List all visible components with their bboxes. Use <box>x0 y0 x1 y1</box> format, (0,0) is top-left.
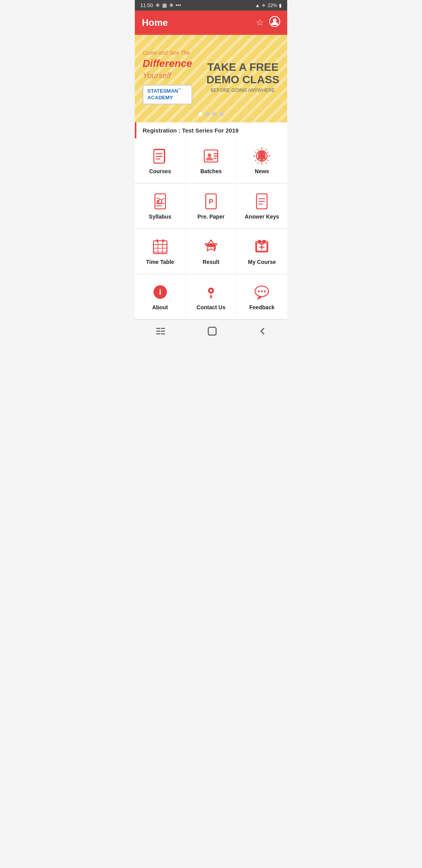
menu-item-pre-paper[interactable]: P Pre. Paper <box>186 184 236 229</box>
news-ticker: Registration : Test Series For 2019 <box>135 122 287 138</box>
page-title: Home <box>142 17 168 28</box>
pre-paper-label: Pre. Paper <box>197 213 224 220</box>
svg-rect-29 <box>153 241 167 254</box>
academy-logo: STATESMAN™ ACADEMY <box>143 85 192 104</box>
about-icon: i <box>151 283 169 301</box>
my-course-label: My Course <box>248 259 276 265</box>
dot-3[interactable] <box>213 112 216 116</box>
banner-dots <box>135 108 287 118</box>
menu-item-batches[interactable]: Batches <box>186 138 236 183</box>
svg-text:P: P <box>209 197 213 205</box>
svg-rect-35 <box>156 239 158 242</box>
logo-sub: ACADEMY <box>147 95 173 100</box>
time-table-icon <box>151 238 169 256</box>
my-course-icon <box>253 238 271 256</box>
menu-item-answer-keys[interactable]: Answer Keys <box>237 184 287 229</box>
dot-4[interactable] <box>220 112 224 116</box>
contact-us-icon <box>202 283 220 301</box>
batches-label: Batches <box>200 168 222 174</box>
menu-item-syllabus[interactable]: Syllabus <box>135 184 185 229</box>
wifi-icon: ▲ <box>255 3 260 8</box>
ticker-text: Registration : Test Series For 2019 <box>143 127 239 134</box>
banner-yourself-text: Yourself <box>143 71 192 80</box>
banner-left: Come and See The Difference Yourself STA… <box>143 50 192 104</box>
courses-icon <box>151 147 169 165</box>
menu-item-news[interactable]: News <box>237 138 287 183</box>
pre-paper-icon: P <box>202 192 220 210</box>
answer-keys-label: Answer Keys <box>245 213 279 220</box>
news-label: News <box>255 168 269 174</box>
dot-1[interactable] <box>198 112 202 116</box>
answer-keys-icon <box>253 192 271 210</box>
feedback-label: Feedback <box>249 304 275 310</box>
news-icon <box>253 147 271 165</box>
menu-grid: Courses Batches News <box>135 138 287 319</box>
bottom-navigation <box>135 319 287 345</box>
menu-item-contact-us[interactable]: Contact Us <box>186 274 236 319</box>
banner-sub-text: BEFORE GOING ANYWHERE <box>206 88 279 93</box>
svg-point-19 <box>261 151 263 152</box>
svg-text:i: i <box>159 287 161 296</box>
status-right: ▲ ✈ 22% ▮ <box>255 3 282 8</box>
contact-us-label: Contact Us <box>197 304 225 310</box>
svg-rect-18 <box>260 160 263 161</box>
status-icon1: ❄ <box>156 2 160 8</box>
profile-icon[interactable] <box>269 16 280 29</box>
star-icon[interactable]: ☆ <box>256 18 264 28</box>
status-bar: 11:50 ❄ ▦ ❄ ••• ▲ ✈ 22% ▮ <box>135 0 287 11</box>
promo-banner: Come and See The Difference Yourself STA… <box>135 35 287 122</box>
menu-item-my-course[interactable]: My Course <box>237 229 287 274</box>
status-left: 11:50 ❄ ▦ ❄ ••• <box>140 2 181 8</box>
nav-back-icon[interactable] <box>258 327 267 338</box>
result-icon <box>202 238 220 256</box>
about-label: About <box>152 304 168 310</box>
svg-point-40 <box>215 248 216 249</box>
feedback-icon <box>253 283 271 301</box>
courses-label: Courses <box>149 168 171 174</box>
battery-text: 22% <box>268 3 277 8</box>
banner-right: TAKE A FREEDEMO CLASS BEFORE GOING ANYWH… <box>206 61 279 93</box>
status-time: 11:50 <box>140 2 153 8</box>
result-label: Result <box>203 259 220 265</box>
svg-rect-64 <box>208 327 216 335</box>
dot-2[interactable] <box>206 112 209 116</box>
svg-point-13 <box>207 153 211 157</box>
app-header: Home ☆ <box>135 11 287 35</box>
menu-item-courses[interactable]: Courses <box>135 138 185 183</box>
airplane-icon: ✈ <box>262 3 266 8</box>
time-table-label: Time Table <box>146 259 174 265</box>
menu-item-about[interactable]: i About <box>135 274 185 319</box>
status-icon3: ❄ <box>169 2 173 8</box>
syllabus-icon <box>151 192 169 210</box>
svg-point-56 <box>261 291 263 292</box>
batches-icon <box>202 147 220 165</box>
menu-item-time-table[interactable]: Time Table <box>135 229 185 274</box>
menu-item-feedback[interactable]: Feedback <box>237 274 287 319</box>
svg-point-55 <box>258 291 260 292</box>
nav-home-icon[interactable] <box>207 326 217 339</box>
svg-rect-39 <box>215 245 216 248</box>
banner-main-text: TAKE A FREEDEMO CLASS <box>206 61 279 86</box>
svg-point-53 <box>210 289 212 292</box>
battery-icon: ▮ <box>279 3 282 8</box>
svg-rect-36 <box>162 239 164 242</box>
banner-come-text: Come and See The <box>143 50 192 56</box>
status-icon2: ▦ <box>162 2 167 8</box>
nav-menu-icon[interactable] <box>155 327 166 338</box>
status-dots: ••• <box>176 2 181 8</box>
logo-name: STATESMAN™ <box>147 88 181 94</box>
svg-rect-20 <box>155 194 165 209</box>
svg-point-1 <box>273 19 277 22</box>
syllabus-label: Syllabus <box>149 213 172 220</box>
header-icons: ☆ <box>256 16 280 29</box>
svg-point-57 <box>264 291 266 292</box>
menu-item-result[interactable]: Result <box>186 229 236 274</box>
banner-difference-text: Difference <box>143 57 192 70</box>
